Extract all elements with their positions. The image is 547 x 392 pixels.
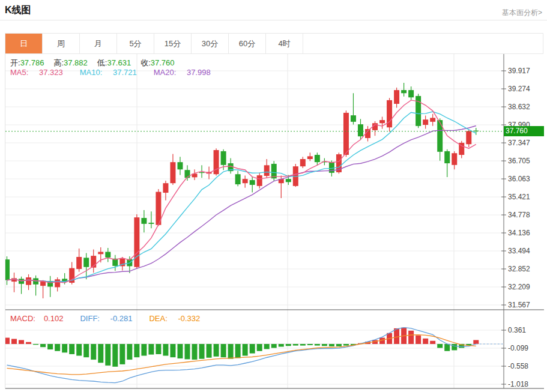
price-tick-label: 36.705 (508, 157, 530, 165)
macd-hist-bar (279, 344, 284, 347)
price-tick-label: 39.917 (508, 67, 530, 75)
high-value: 37.882 (64, 58, 88, 67)
macd-tick-label: -1.018 (508, 380, 528, 388)
macd-hist-bar (156, 344, 161, 354)
candle-body (379, 120, 385, 123)
close-value: 37.760 (151, 58, 175, 67)
period-tabbar: 日周月5分15分30分60分4时 (5, 33, 543, 54)
candle-body (26, 277, 31, 285)
tab-period-6[interactable]: 60分 (229, 34, 266, 53)
candle-body (394, 90, 399, 104)
tab-period-5[interactable]: 30分 (192, 34, 229, 53)
price-tick-label: 32.852 (508, 265, 530, 273)
macd-hist-bar (98, 344, 103, 363)
candle-body (351, 115, 356, 122)
ma5-readout: MA5: 37.323 (10, 68, 71, 77)
macd-hist-bar (26, 342, 31, 344)
macd-hist-bar (207, 344, 212, 358)
ma10-readout: MA10: 37.721 (80, 68, 145, 77)
high-label: 高: (53, 58, 64, 67)
candle-body (250, 180, 255, 185)
price-tick-label: 37.347 (508, 139, 530, 147)
tab-period-2[interactable]: 月 (80, 34, 117, 53)
price-tick-label: 31.567 (508, 301, 530, 309)
macd-hist-bar (55, 344, 60, 351)
tab-period-1[interactable]: 周 (43, 34, 80, 53)
tab-period-0[interactable]: 日 (5, 34, 43, 53)
macd-hist-bar (112, 344, 118, 367)
close-label: 收: (141, 58, 151, 67)
candle-body (343, 113, 349, 155)
candle-body (141, 218, 147, 224)
macd-hist-bar (322, 344, 327, 346)
candle-body (423, 119, 428, 125)
dea-value: DEA: -0.332 (149, 314, 208, 323)
macd-hist-bar (221, 344, 226, 357)
candle-body (257, 175, 262, 186)
candle-body (170, 162, 175, 183)
macd-hist-bar (127, 344, 132, 360)
candle-body (466, 131, 471, 144)
candle-body (55, 279, 60, 287)
macd-hist-bar (119, 344, 125, 364)
candle-body (243, 179, 248, 183)
macd-hist-bar (11, 339, 17, 344)
macd-hist-bar (83, 344, 89, 357)
macd-hist-bar (437, 344, 443, 348)
macd-hist-bar (444, 344, 450, 351)
macd-hist-bar (235, 344, 241, 358)
chart-canvas[interactable]: 39.91739.27438.63237.99037.34736.70536.0… (5, 54, 544, 389)
macd-hist-bar (336, 344, 342, 346)
ma5-line (7, 100, 476, 283)
candle-body (40, 282, 46, 286)
fundamental-analysis-link[interactable]: 基本面分析> (502, 8, 542, 18)
macd-hist-bar (163, 344, 168, 356)
macd-hist-bar (228, 344, 234, 359)
macd-hist-bar (307, 344, 313, 345)
candle-body (286, 179, 291, 182)
candle-body (5, 259, 10, 280)
price-tick-label: 34.778 (508, 211, 530, 219)
candle-body (358, 124, 363, 136)
macd-hist-bar (76, 344, 82, 356)
candle-body (408, 90, 414, 97)
macd-tick-label: 0.361 (508, 326, 526, 334)
macd-hist-bar (243, 344, 248, 356)
candle-body (105, 252, 110, 258)
macd-hist-bar (416, 336, 421, 344)
candle-body (148, 223, 154, 224)
candle-body (76, 257, 82, 269)
macd-hist-bar (286, 344, 291, 346)
current-price-badge: 37.760 (504, 126, 544, 136)
header-divider (0, 20, 547, 20)
macd-hist-bar (271, 344, 277, 348)
candle-body (134, 217, 139, 267)
tab-period-4[interactable]: 15分 (154, 34, 192, 53)
candle-body (235, 174, 241, 184)
low-label: 低: (97, 58, 107, 67)
price-tick-label: 36.063 (508, 175, 530, 183)
macd-hist-bar (170, 344, 175, 357)
macd-tick-label: -0.558 (508, 362, 528, 370)
macd-hist-bar (19, 340, 24, 344)
macd-hist-bar (5, 338, 10, 344)
candle-body (444, 151, 450, 163)
macd-hist-bar (134, 344, 139, 357)
macd-hist-bar (177, 344, 183, 358)
kline-chart[interactable]: 39.91739.27438.63237.99037.34736.70536.0… (5, 54, 544, 389)
open-value: 37.786 (20, 58, 44, 67)
macd-hist-bar (408, 331, 414, 344)
candle-body (83, 258, 89, 267)
macd-hist-bar (293, 344, 298, 346)
candle-body (19, 279, 24, 283)
macd-hist-bar (214, 344, 219, 357)
ma-readout: MA5: 37.323MA10: 37.721MA20: 37.998 (10, 68, 228, 77)
tab-period-7[interactable]: 4时 (266, 34, 303, 53)
macd-hist-bar (452, 344, 457, 350)
tab-period-3[interactable]: 5分 (117, 34, 154, 53)
candle-body (416, 96, 421, 126)
low-value: 37.631 (107, 58, 131, 67)
macd-hist-bar (199, 344, 205, 359)
macd-hist-bar (473, 340, 479, 344)
macd-hist-bar (192, 344, 198, 360)
